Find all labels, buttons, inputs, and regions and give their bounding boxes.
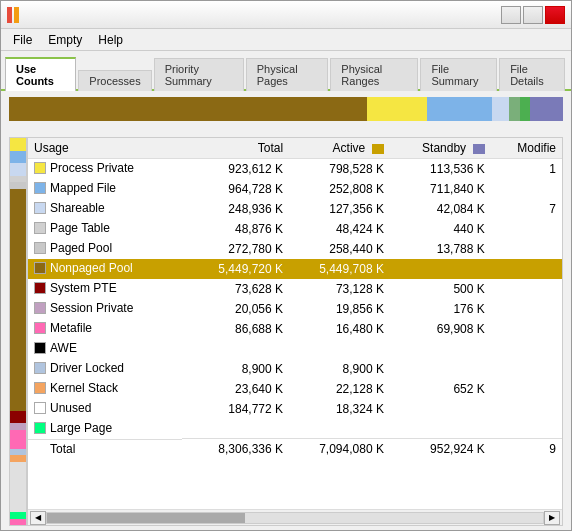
usage-label: Process Private	[50, 161, 134, 175]
cell-usage: Page Table	[28, 219, 182, 237]
color-swatch	[34, 322, 46, 334]
table-row: Kernel Stack23,640 K22,128 K652 K	[28, 379, 562, 399]
minimize-button[interactable]	[501, 6, 521, 24]
cell-usage: Shareable	[28, 199, 182, 217]
cell-active	[289, 419, 390, 439]
table-container: Usage Total Active Standby Modifie Proce…	[27, 137, 563, 526]
cell-total	[182, 339, 289, 359]
tab-processes[interactable]: Processes	[78, 70, 151, 91]
total-label: Total	[50, 442, 75, 456]
usage-label: Kernel Stack	[50, 381, 118, 395]
cell-total: 964,728 K	[182, 179, 289, 199]
cell-total: 20,056 K	[182, 299, 289, 319]
cell-total	[182, 419, 289, 439]
cell-standby: 440 K	[390, 219, 491, 239]
col-active: Active	[289, 138, 390, 159]
maximize-button[interactable]	[523, 6, 543, 24]
tab-use-counts[interactable]: Use Counts	[5, 57, 76, 91]
horizontal-scrollbar[interactable]: ◀ ▶	[28, 509, 562, 525]
col-standby: Standby	[390, 138, 491, 159]
color-swatch	[34, 382, 46, 394]
scroll-right-button[interactable]: ▶	[544, 511, 560, 525]
table-row: Driver Locked8,900 K8,900 K	[28, 359, 562, 379]
usage-label: Unused	[50, 401, 91, 415]
color-swatch	[34, 362, 46, 374]
cell-usage: Large Page	[28, 419, 182, 437]
cell-active: 127,356 K	[289, 199, 390, 219]
table-row: Page Table48,876 K48,424 K440 K	[28, 219, 562, 239]
cell-active: 16,480 K	[289, 319, 390, 339]
cell-standby: 652 K	[390, 379, 491, 399]
chart-segment-green	[509, 97, 520, 121]
chart-segment-green2	[520, 97, 531, 121]
col-modified: Modifie	[491, 138, 562, 159]
tab-physical-pages[interactable]: Physical Pages	[246, 58, 329, 91]
sidebar-bottom	[10, 519, 26, 525]
table-row: Metafile86,688 K16,480 K69,908 K	[28, 319, 562, 339]
cell-standby: 711,840 K	[390, 179, 491, 199]
chart-bar	[9, 97, 563, 121]
tab-file-summary[interactable]: File Summary	[420, 58, 497, 91]
cell-total: 86,688 K	[182, 319, 289, 339]
tab-physical-ranges[interactable]: Physical Ranges	[330, 58, 418, 91]
table-row: Unused184,772 K18,324 K	[28, 399, 562, 419]
chart-segment-blue	[530, 97, 563, 121]
cell-total: 73,628 K	[182, 279, 289, 299]
usage-label: System PTE	[50, 281, 117, 295]
cell-standby	[390, 399, 491, 419]
usage-label: AWE	[50, 341, 77, 355]
menu-help[interactable]: Help	[90, 31, 131, 49]
cell-total: 923,612 K	[182, 159, 289, 179]
cell-modified	[491, 179, 562, 199]
tab-file-details[interactable]: File Details	[499, 58, 565, 91]
tab-bar: Use Counts Processes Priority Summary Ph…	[1, 51, 571, 91]
cell-modified	[491, 339, 562, 359]
usage-label: Nonpaged Pool	[50, 261, 133, 275]
sidebar-process-private	[10, 138, 26, 151]
total-cell-active: 7,094,080 K	[289, 439, 390, 459]
title-bar	[1, 1, 571, 29]
cell-usage: Nonpaged Pool	[28, 259, 182, 277]
cell-modified	[491, 399, 562, 419]
cell-standby: 500 K	[390, 279, 491, 299]
cell-active: 48,424 K	[289, 219, 390, 239]
scrollbar-thumb[interactable]	[47, 513, 245, 523]
usage-label: Page Table	[50, 221, 110, 235]
cell-total: 48,876 K	[182, 219, 289, 239]
cell-usage: Kernel Stack	[28, 379, 182, 397]
menu-empty[interactable]: Empty	[40, 31, 90, 49]
cell-total: 5,449,720 K	[182, 259, 289, 279]
color-swatch	[34, 402, 46, 414]
usage-label: Paged Pool	[50, 241, 112, 255]
close-button[interactable]	[545, 6, 565, 24]
cell-modified	[491, 299, 562, 319]
color-swatch	[34, 162, 46, 174]
chart-segment-shareable	[492, 97, 508, 121]
cell-modified	[491, 259, 562, 279]
scrollbar-track[interactable]	[46, 512, 544, 524]
main-window: File Empty Help Use Counts Processes Pri…	[0, 0, 572, 531]
table-row: Mapped File964,728 K252,808 K711,840 K	[28, 179, 562, 199]
sidebar-nonpaged-pool	[10, 189, 26, 411]
menu-file[interactable]: File	[5, 31, 40, 49]
cell-usage: Process Private	[28, 159, 182, 177]
app-icon	[7, 7, 19, 23]
cell-modified	[491, 319, 562, 339]
col-total: Total	[182, 138, 289, 159]
scroll-left-button[interactable]: ◀	[30, 511, 46, 525]
color-swatch	[34, 302, 46, 314]
cell-standby	[390, 339, 491, 359]
table-row: AWE	[28, 339, 562, 359]
cell-total: 23,640 K	[182, 379, 289, 399]
cell-usage: Mapped File	[28, 179, 182, 197]
cell-standby: 13,788 K	[390, 239, 491, 259]
color-swatch	[34, 182, 46, 194]
cell-standby: 69,908 K	[390, 319, 491, 339]
tab-priority-summary[interactable]: Priority Summary	[154, 58, 244, 91]
table-row: Shareable248,936 K127,356 K42,084 K7	[28, 199, 562, 219]
color-swatch	[34, 422, 46, 434]
cell-active: 73,128 K	[289, 279, 390, 299]
table-scroll[interactable]: Usage Total Active Standby Modifie Proce…	[28, 138, 562, 509]
sidebar-color-bar	[9, 137, 27, 526]
cell-total: 272,780 K	[182, 239, 289, 259]
